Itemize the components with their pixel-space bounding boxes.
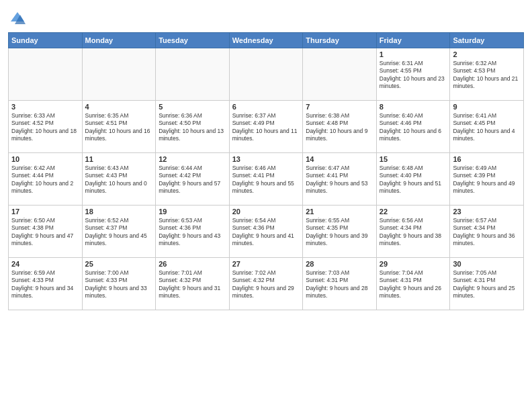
page-container: SundayMondayTuesdayWednesdayThursdayFrid… xyxy=(0,0,532,316)
calendar-cell: 28Sunrise: 7:03 AM Sunset: 4:31 PM Dayli… xyxy=(303,258,377,310)
day-number: 23 xyxy=(453,208,521,216)
weekday-friday: Friday xyxy=(376,33,450,48)
day-number: 29 xyxy=(380,260,447,268)
day-number: 2 xyxy=(453,50,521,58)
day-number: 26 xyxy=(159,260,226,268)
day-info: Sunrise: 6:43 AM Sunset: 4:43 PM Dayligh… xyxy=(85,165,153,195)
day-number: 30 xyxy=(453,260,521,268)
calendar-cell: 11Sunrise: 6:43 AM Sunset: 4:43 PM Dayli… xyxy=(82,153,156,205)
calendar-cell: 10Sunrise: 6:42 AM Sunset: 4:44 PM Dayli… xyxy=(9,153,83,205)
calendar-cell: 1Sunrise: 6:31 AM Sunset: 4:55 PM Daylig… xyxy=(376,48,450,101)
weekday-monday: Monday xyxy=(82,33,156,48)
day-info: Sunrise: 6:42 AM Sunset: 4:44 PM Dayligh… xyxy=(11,165,79,195)
day-number: 22 xyxy=(380,208,447,216)
calendar-cell xyxy=(229,48,303,101)
calendar-cell: 21Sunrise: 6:55 AM Sunset: 4:35 PM Dayli… xyxy=(303,205,377,258)
day-number: 18 xyxy=(85,208,153,216)
calendar-cell: 13Sunrise: 6:46 AM Sunset: 4:41 PM Dayli… xyxy=(229,153,303,205)
day-number: 15 xyxy=(380,155,447,163)
calendar-cell: 17Sunrise: 6:50 AM Sunset: 4:38 PM Dayli… xyxy=(9,205,83,258)
day-info: Sunrise: 6:52 AM Sunset: 4:37 PM Dayligh… xyxy=(85,217,153,248)
day-number: 12 xyxy=(159,155,226,163)
day-number: 17 xyxy=(11,208,79,216)
calendar-cell: 6Sunrise: 6:37 AM Sunset: 4:49 PM Daylig… xyxy=(229,101,303,153)
day-number: 27 xyxy=(232,260,300,268)
calendar-cell: 23Sunrise: 6:57 AM Sunset: 4:34 PM Dayli… xyxy=(450,205,524,258)
day-info: Sunrise: 6:49 AM Sunset: 4:39 PM Dayligh… xyxy=(453,165,521,195)
day-number: 13 xyxy=(232,155,300,163)
day-info: Sunrise: 6:32 AM Sunset: 4:53 PM Dayligh… xyxy=(453,60,521,91)
day-info: Sunrise: 6:57 AM Sunset: 4:34 PM Dayligh… xyxy=(453,217,521,248)
day-info: Sunrise: 7:01 AM Sunset: 4:32 PM Dayligh… xyxy=(159,269,226,300)
day-info: Sunrise: 6:33 AM Sunset: 4:52 PM Dayligh… xyxy=(11,112,79,143)
day-info: Sunrise: 6:46 AM Sunset: 4:41 PM Dayligh… xyxy=(232,165,300,195)
day-number: 20 xyxy=(232,208,300,216)
day-number: 21 xyxy=(306,208,373,216)
logo xyxy=(8,9,30,28)
day-info: Sunrise: 7:04 AM Sunset: 4:31 PM Dayligh… xyxy=(380,269,447,300)
calendar-cell: 18Sunrise: 6:52 AM Sunset: 4:37 PM Dayli… xyxy=(82,205,156,258)
logo-icon xyxy=(8,9,27,28)
day-number: 3 xyxy=(11,103,79,111)
day-number: 14 xyxy=(306,155,373,163)
day-number: 8 xyxy=(380,103,447,111)
day-info: Sunrise: 6:31 AM Sunset: 4:55 PM Dayligh… xyxy=(380,60,447,91)
day-info: Sunrise: 6:55 AM Sunset: 4:35 PM Dayligh… xyxy=(306,217,373,248)
calendar-cell xyxy=(156,48,230,101)
calendar-cell: 4Sunrise: 6:35 AM Sunset: 4:51 PM Daylig… xyxy=(82,101,156,153)
calendar-cell: 3Sunrise: 6:33 AM Sunset: 4:52 PM Daylig… xyxy=(9,101,83,153)
calendar-cell: 20Sunrise: 6:54 AM Sunset: 4:36 PM Dayli… xyxy=(229,205,303,258)
calendar-cell: 7Sunrise: 6:38 AM Sunset: 4:48 PM Daylig… xyxy=(303,101,377,153)
week-row-4: 24Sunrise: 6:59 AM Sunset: 4:33 PM Dayli… xyxy=(9,258,524,310)
calendar-cell: 14Sunrise: 6:47 AM Sunset: 4:41 PM Dayli… xyxy=(303,153,377,205)
day-number: 11 xyxy=(85,155,153,163)
calendar-cell: 30Sunrise: 7:05 AM Sunset: 4:31 PM Dayli… xyxy=(450,258,524,310)
day-number: 24 xyxy=(11,260,79,268)
day-info: Sunrise: 6:38 AM Sunset: 4:48 PM Dayligh… xyxy=(306,112,373,143)
calendar-cell xyxy=(303,48,377,101)
header xyxy=(8,7,524,28)
calendar-cell: 8Sunrise: 6:40 AM Sunset: 4:46 PM Daylig… xyxy=(376,101,450,153)
calendar-cell: 2Sunrise: 6:32 AM Sunset: 4:53 PM Daylig… xyxy=(450,48,524,101)
weekday-saturday: Saturday xyxy=(450,33,524,48)
calendar-cell: 26Sunrise: 7:01 AM Sunset: 4:32 PM Dayli… xyxy=(156,258,230,310)
calendar-cell: 29Sunrise: 7:04 AM Sunset: 4:31 PM Dayli… xyxy=(376,258,450,310)
day-info: Sunrise: 6:44 AM Sunset: 4:42 PM Dayligh… xyxy=(159,165,226,195)
day-number: 5 xyxy=(159,103,226,111)
calendar-cell: 16Sunrise: 6:49 AM Sunset: 4:39 PM Dayli… xyxy=(450,153,524,205)
day-number: 7 xyxy=(306,103,373,111)
calendar-cell: 19Sunrise: 6:53 AM Sunset: 4:36 PM Dayli… xyxy=(156,205,230,258)
day-number: 9 xyxy=(453,103,521,111)
calendar-cell: 15Sunrise: 6:48 AM Sunset: 4:40 PM Dayli… xyxy=(376,153,450,205)
calendar-body: 1Sunrise: 6:31 AM Sunset: 4:55 PM Daylig… xyxy=(9,48,524,310)
weekday-sunday: Sunday xyxy=(9,33,83,48)
calendar-cell: 27Sunrise: 7:02 AM Sunset: 4:32 PM Dayli… xyxy=(229,258,303,310)
day-info: Sunrise: 6:53 AM Sunset: 4:36 PM Dayligh… xyxy=(159,217,226,248)
weekday-thursday: Thursday xyxy=(303,33,377,48)
weekday-tuesday: Tuesday xyxy=(156,33,230,48)
calendar-header: SundayMondayTuesdayWednesdayThursdayFrid… xyxy=(9,33,524,48)
day-info: Sunrise: 6:36 AM Sunset: 4:50 PM Dayligh… xyxy=(159,112,226,143)
day-info: Sunrise: 6:50 AM Sunset: 4:38 PM Dayligh… xyxy=(11,217,79,248)
day-number: 25 xyxy=(85,260,153,268)
calendar-cell: 9Sunrise: 6:41 AM Sunset: 4:45 PM Daylig… xyxy=(450,101,524,153)
calendar-cell: 24Sunrise: 6:59 AM Sunset: 4:33 PM Dayli… xyxy=(9,258,83,310)
week-row-0: 1Sunrise: 6:31 AM Sunset: 4:55 PM Daylig… xyxy=(9,48,524,101)
calendar-cell: 5Sunrise: 6:36 AM Sunset: 4:50 PM Daylig… xyxy=(156,101,230,153)
week-row-1: 3Sunrise: 6:33 AM Sunset: 4:52 PM Daylig… xyxy=(9,101,524,153)
day-info: Sunrise: 6:35 AM Sunset: 4:51 PM Dayligh… xyxy=(85,112,153,143)
day-info: Sunrise: 7:03 AM Sunset: 4:31 PM Dayligh… xyxy=(306,269,373,300)
day-info: Sunrise: 6:59 AM Sunset: 4:33 PM Dayligh… xyxy=(11,269,79,300)
day-info: Sunrise: 6:54 AM Sunset: 4:36 PM Dayligh… xyxy=(232,217,300,248)
day-info: Sunrise: 6:40 AM Sunset: 4:46 PM Dayligh… xyxy=(380,112,447,143)
calendar-cell: 12Sunrise: 6:44 AM Sunset: 4:42 PM Dayli… xyxy=(156,153,230,205)
calendar-cell xyxy=(9,48,83,101)
day-number: 10 xyxy=(11,155,79,163)
day-info: Sunrise: 6:56 AM Sunset: 4:34 PM Dayligh… xyxy=(380,217,447,248)
day-number: 1 xyxy=(380,50,447,58)
day-info: Sunrise: 6:48 AM Sunset: 4:40 PM Dayligh… xyxy=(380,165,447,195)
day-number: 28 xyxy=(306,260,373,268)
day-info: Sunrise: 7:05 AM Sunset: 4:31 PM Dayligh… xyxy=(453,269,521,300)
calendar-table: SundayMondayTuesdayWednesdayThursdayFrid… xyxy=(8,32,524,310)
day-info: Sunrise: 6:41 AM Sunset: 4:45 PM Dayligh… xyxy=(453,112,521,143)
